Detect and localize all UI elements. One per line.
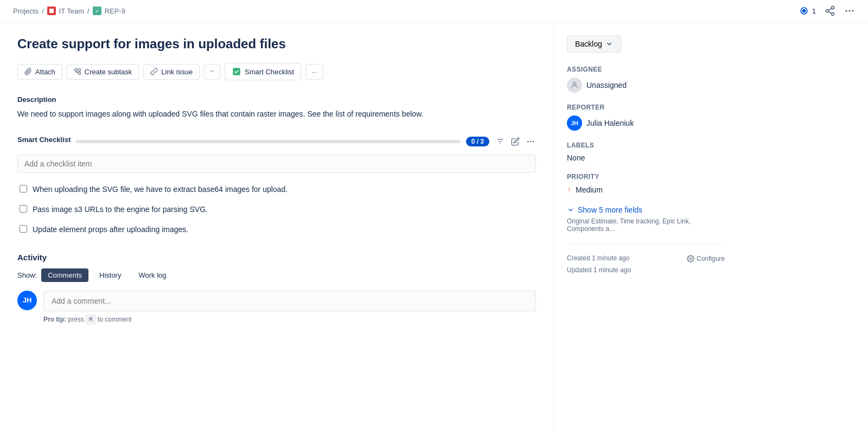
configure-button[interactable]: Configure xyxy=(687,255,725,262)
show-more-fields[interactable]: Show 5 more fields xyxy=(567,206,725,214)
rep-icon xyxy=(93,7,101,15)
checklist-item-text-1: When uploading the SVG file, we have to … xyxy=(33,184,288,195)
tab-worklog[interactable]: Work log xyxy=(132,268,173,282)
tab-history[interactable]: History xyxy=(93,268,127,282)
more-dots-label: ··· xyxy=(311,68,317,76)
pro-tip-key: M xyxy=(86,315,96,324)
checklist-actions xyxy=(495,136,536,147)
breadcrumb-sep2: / xyxy=(87,7,90,15)
breadcrumb-rep[interactable]: REP-9 xyxy=(105,7,125,15)
description-text: We need to support images along with upl… xyxy=(17,108,536,120)
svg-point-3 xyxy=(826,10,829,12)
create-subtask-button[interactable]: Create subtask xyxy=(67,64,139,80)
checklist-checkbox-2[interactable] xyxy=(20,205,27,213)
svg-point-8 xyxy=(848,10,850,11)
chevron-down-icon xyxy=(209,68,215,74)
progress-badge: 0 / 3 xyxy=(466,137,489,146)
checklist-checkbox-3[interactable] xyxy=(20,225,27,233)
svg-line-6 xyxy=(828,8,832,10)
top-bar: Projects / IT Team / REP-9 1 xyxy=(0,0,868,22)
watch-count: 1 xyxy=(812,7,816,15)
share-icon[interactable] xyxy=(825,5,835,16)
pro-tip-label: Pro tip: xyxy=(43,316,66,323)
updated-text: Updated 1 minute ago xyxy=(567,265,725,277)
reporter-label: Reporter xyxy=(567,104,725,111)
backlog-button[interactable]: Backlog xyxy=(567,35,621,53)
user-avatar: JH xyxy=(17,291,37,310)
more-icon[interactable] xyxy=(844,5,855,16)
comment-row: JH xyxy=(17,291,536,311)
dropdown-arrow-button[interactable] xyxy=(204,64,220,80)
link-icon xyxy=(150,68,158,75)
svg-point-0 xyxy=(802,9,806,13)
activity-section: Activity Show: Comments History Work log… xyxy=(17,253,536,323)
progress-bar-track xyxy=(76,140,460,143)
main-layout: Create support for images in uploaded fi… xyxy=(0,22,868,431)
svg-point-18 xyxy=(530,141,532,143)
action-bar: Attach Create subtask Link issue xyxy=(17,63,536,80)
svg-rect-12 xyxy=(78,72,80,74)
checklist-item-text-2: Pass image s3 URLs to the engine for par… xyxy=(33,204,208,215)
description-label: Description xyxy=(17,95,536,104)
reporter-value[interactable]: JH Julia Haleniuk xyxy=(567,116,725,131)
svg-point-9 xyxy=(852,10,853,11)
checklist-add-input[interactable] xyxy=(17,155,536,173)
assignee-name: Unassigned xyxy=(586,81,627,89)
edit-icon xyxy=(511,137,520,146)
filter-icon-button[interactable] xyxy=(495,136,506,147)
priority-label: Priority xyxy=(567,173,725,181)
checklist-more-icon xyxy=(526,137,535,146)
checklist-item: When uploading the SVG file, we have to … xyxy=(17,179,536,200)
backlog-label: Backlog xyxy=(575,40,602,48)
breadcrumb: Projects / IT Team / REP-9 xyxy=(13,7,125,15)
svg-line-5 xyxy=(828,11,832,13)
svg-rect-10 xyxy=(75,69,77,71)
sidebar-divider xyxy=(567,243,725,244)
tab-comments[interactable]: Comments xyxy=(41,268,88,282)
svg-point-17 xyxy=(527,141,529,143)
checklist-item: Pass image s3 URLs to the engine for par… xyxy=(17,200,536,220)
svg-point-7 xyxy=(846,10,847,11)
checklist-progress: Smart Checklist 0 / 3 xyxy=(17,136,489,148)
checklist-header: Smart Checklist 0 / 3 xyxy=(17,136,536,148)
attach-button[interactable]: Attach xyxy=(17,64,62,80)
show-more-desc: Original Estimate, Time tracking, Epic L… xyxy=(567,217,725,233)
priority-text: Medium xyxy=(576,185,603,194)
issue-title: Create support for images in uploaded fi… xyxy=(17,35,536,52)
checklist-checkbox-1[interactable] xyxy=(20,185,27,193)
subtask-icon xyxy=(74,68,81,75)
configure-label: Configure xyxy=(697,255,725,262)
priority-value[interactable]: ↑ Medium xyxy=(567,185,725,195)
labels-value[interactable]: None xyxy=(567,153,725,162)
checklist-item: Update element props after uploading ima… xyxy=(17,220,536,240)
pro-tip-suffix: to comment xyxy=(98,316,132,323)
created-text: Created 1 minute ago xyxy=(567,253,629,265)
sidebar-meta: Created 1 minute ago Configure Updated 1… xyxy=(567,253,725,276)
comment-input[interactable] xyxy=(43,291,536,311)
watch-button[interactable]: 1 xyxy=(799,5,816,16)
labels-text: None xyxy=(567,153,585,162)
attach-label: Attach xyxy=(35,68,55,76)
assignee-field: Assignee Unassigned xyxy=(567,66,725,93)
svg-point-4 xyxy=(832,12,834,15)
assignee-label: Assignee xyxy=(567,66,725,73)
smart-checklist-icon xyxy=(232,67,241,76)
priority-field: Priority ↑ Medium xyxy=(567,173,725,195)
checklist-item-text-3: Update element props after uploading ima… xyxy=(33,224,188,235)
smart-checklist-button[interactable]: Smart Checklist xyxy=(225,63,301,80)
more-actions-button[interactable]: ··· xyxy=(305,64,323,80)
edit-icon-button[interactable] xyxy=(510,136,521,147)
breadcrumb-it-team[interactable]: IT Team xyxy=(59,7,84,15)
it-team-icon xyxy=(47,7,56,15)
assignee-value[interactable]: Unassigned xyxy=(567,78,725,93)
link-issue-button[interactable]: Link issue xyxy=(143,64,200,80)
checklist-more-button[interactable] xyxy=(525,136,536,147)
watch-icon xyxy=(799,5,809,16)
reporter-name: Julia Haleniuk xyxy=(586,119,634,127)
breadcrumb-projects[interactable]: Projects xyxy=(13,7,39,15)
show-more-label: Show 5 more fields xyxy=(578,206,642,214)
svg-point-20 xyxy=(573,82,576,85)
show-label: Show: xyxy=(17,271,37,279)
person-icon xyxy=(570,81,579,89)
content-area: Create support for images in uploaded fi… xyxy=(0,22,553,431)
